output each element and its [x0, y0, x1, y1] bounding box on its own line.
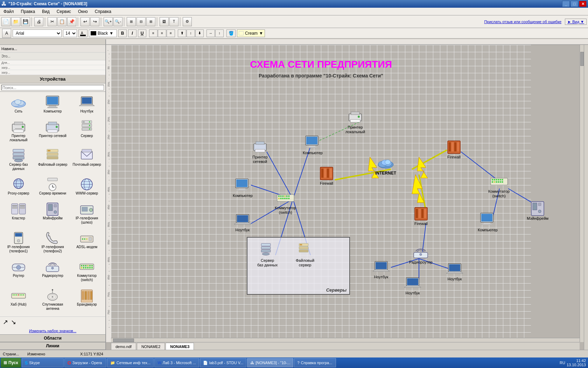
open-btn[interactable]: 📁 — [11, 17, 20, 26]
arrow-left[interactable]: ↗ — [3, 318, 8, 326]
device-fileserver[interactable]: Файловый сервер — [36, 147, 69, 175]
node-printer-local1[interactable]: Принтерлокальный — [345, 110, 365, 134]
align-btn[interactable]: ⊞ — [127, 17, 136, 26]
fill-color-btn[interactable]: Cream ▼ — [237, 29, 265, 37]
redo-btn[interactable]: ↪ — [90, 17, 99, 26]
format-icon[interactable]: A — [2, 29, 11, 38]
tab-noname2[interactable]: NONAME2 — [137, 343, 165, 350]
node-laptop2[interactable]: Ноутбук — [372, 259, 390, 279]
menu-view[interactable]: Вид — [41, 8, 51, 15]
taskbar-folder[interactable]: 📁 Сетевые инф тех... — [107, 358, 154, 367]
valign-top-btn[interactable]: ⬆ — [178, 29, 186, 37]
taskbar-network-app[interactable]: 🖧 [NONAME3] - "10-... — [247, 358, 293, 367]
node-wifirouter[interactable]: Радиороутер — [409, 245, 433, 264]
canvas-grid[interactable]: СХЕМА СЕТИ ПРЕДПРИЯТИЯ Разработана в про… — [111, 45, 531, 342]
print-btn[interactable]: 🖨 — [34, 17, 43, 26]
insert-img-btn[interactable]: 🖼 — [160, 17, 169, 26]
node-firewall3[interactable]: Firewall — [412, 206, 430, 226]
node-fileserver[interactable]: Файловыйсервер — [296, 243, 314, 267]
paste-btn[interactable]: 📌 — [67, 17, 76, 26]
node-switch2[interactable]: Коммутатор(switch) — [488, 174, 510, 198]
font-color-icon[interactable]: A — [78, 29, 88, 37]
node-dbserver[interactable]: Сервербаз данных — [257, 243, 278, 267]
cut-btn[interactable]: ✂ — [48, 17, 57, 26]
tab-noname3[interactable]: NONAME3 — [166, 343, 194, 350]
device-printer-net[interactable]: Принтер сетевой — [36, 118, 69, 146]
device-mailserver[interactable]: Почтовый сервер — [70, 147, 103, 175]
copy-btn[interactable]: 📋 — [57, 17, 66, 26]
vertical-scrollbar[interactable] — [580, 45, 584, 342]
maximize-btn[interactable]: □ — [570, 1, 578, 7]
help-link[interactable]: Прислать отзыв или сообщение об ошибке — [484, 20, 561, 24]
menu-window[interactable]: Окно — [77, 8, 89, 15]
device-ipgw[interactable]: IP-телефония (шлюз) — [70, 201, 103, 228]
align-left-btn[interactable]: ≡ — [149, 29, 158, 37]
device-wifirouter[interactable]: Радиороутер — [36, 258, 69, 286]
device-ipphone1[interactable]: IP-телефония (телефон1) — [2, 230, 35, 257]
fill-color-icon[interactable]: 🪣 — [226, 29, 236, 37]
device-satellite[interactable]: Спутниковая антенна — [36, 287, 69, 314]
zoom-out-btn[interactable]: 🔍- — [113, 17, 122, 26]
device-timeserver[interactable]: Сервер времени — [36, 176, 69, 199]
node-laptop3[interactable]: Ноутбук — [446, 261, 464, 281]
align-center-btn[interactable]: ≡ — [158, 29, 166, 37]
device-printer-local[interactable]: Принтер локальный — [2, 118, 35, 146]
font-color-btn[interactable]: Black ▼ — [89, 29, 117, 37]
start-button[interactable]: ⊞ Пуск — [1, 358, 21, 368]
tab-demo[interactable]: demo.ndf — [111, 343, 136, 350]
align-right-btn[interactable]: ≡ — [167, 29, 175, 37]
new-btn[interactable]: 📄 — [1, 17, 10, 26]
horizontal-scrollbar[interactable] — [106, 338, 580, 342]
device-proxy[interactable]: Proxy-сервер — [2, 176, 35, 199]
underline-btn[interactable]: U — [138, 29, 146, 37]
insert-text-btn[interactable]: T — [169, 17, 178, 26]
device-dbserver[interactable]: Сервер баз данных — [2, 147, 35, 175]
menu-file[interactable]: Файл — [2, 8, 15, 15]
menu-edit[interactable]: Правка — [20, 8, 37, 15]
device-server[interactable]: Сервер — [70, 118, 103, 146]
arrow-right[interactable]: ↘ — [11, 318, 16, 326]
node-firewall2[interactable]: Firewall — [445, 139, 463, 159]
areas-header[interactable]: Области — [0, 334, 105, 342]
taskbar-help[interactable]: ? Справка програ... — [294, 358, 336, 367]
valign-mid-btn[interactable]: ↕ — [187, 29, 195, 37]
device-www[interactable]: WWW-сервер — [70, 176, 103, 199]
valign-bot-btn[interactable]: ⬇ — [195, 29, 204, 37]
device-router[interactable]: Роутер — [2, 258, 35, 286]
vid-button[interactable]: ► Вид ▼ — [565, 19, 587, 25]
node-switch1[interactable]: Коммутатор(switch) — [275, 190, 296, 215]
save-btn[interactable]: 💾 — [21, 17, 30, 26]
taskbar-skype[interactable]: S Skype — [22, 358, 64, 367]
node-firewall1[interactable]: Firewall — [317, 166, 336, 185]
text-rotate-btn[interactable]: ↕ — [215, 29, 224, 37]
menu-service[interactable]: Сервис — [55, 8, 72, 15]
device-adsl[interactable]: ADSL-модем — [70, 230, 103, 257]
settings-btn[interactable]: ⚙ — [183, 17, 192, 26]
device-mainframe[interactable]: Мэйнфрейм — [36, 201, 69, 228]
device-hub[interactable]: Хаб (Hub) — [2, 287, 35, 314]
device-ipphone2[interactable]: IP-телефония (телефон2) — [36, 230, 69, 257]
ungroup-btn[interactable]: ⊞ — [146, 17, 155, 26]
node-computer2[interactable]: Компьютер — [478, 212, 498, 232]
taskbar-pdf[interactable]: 📄 lab3.pdf - STDU V... — [200, 358, 246, 367]
device-computer[interactable]: Компьютер — [36, 94, 69, 117]
bold-btn[interactable]: B — [118, 29, 127, 37]
minimize-btn[interactable]: _ — [562, 1, 570, 7]
taskbar-opera[interactable]: O Загрузки - Opera — [64, 358, 106, 367]
node-printer-net[interactable]: Принтерсетевой — [251, 139, 269, 164]
taskbar-word[interactable]: W Ла6 3 - Microsoft ... — [154, 358, 199, 367]
device-cluster[interactable]: Кластер — [2, 201, 35, 228]
italic-btn[interactable]: I — [128, 29, 136, 37]
font-select[interactable]: Arial — [13, 29, 62, 37]
font-size-select[interactable]: 14 — [63, 29, 77, 37]
device-laptop[interactable]: Ноутбук — [70, 94, 103, 117]
zoom-in-btn[interactable]: 🔍+ — [104, 17, 113, 26]
group-btn[interactable]: ⊟ — [136, 17, 146, 26]
scroll-thumb-v[interactable] — [580, 52, 584, 66]
close-btn[interactable]: ✕ — [579, 1, 587, 7]
node-computer1[interactable]: Компьютер — [303, 135, 323, 155]
canvas-scroll[interactable]: СХЕМА СЕТИ ПРЕДПРИЯТИЯ Разработана в про… — [111, 45, 580, 342]
device-switch[interactable]: Коммутатор (switch) — [70, 258, 103, 286]
scroll-thumb-h[interactable] — [113, 339, 134, 342]
node-computer-left[interactable]: Компьютер — [233, 178, 253, 198]
